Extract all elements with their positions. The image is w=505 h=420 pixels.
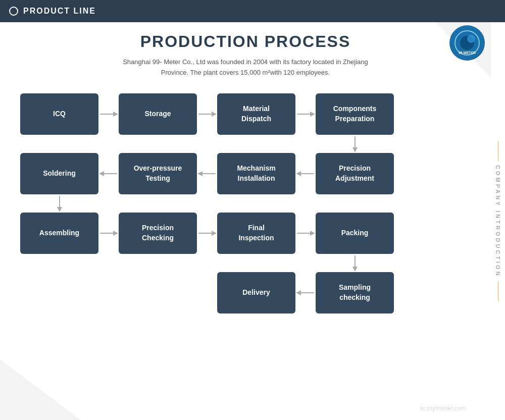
- svg-marker-8: [212, 112, 217, 117]
- svg-marker-18: [296, 171, 301, 176]
- box-sampling-checking: Sampling checking: [316, 272, 394, 313]
- svg-marker-20: [57, 207, 62, 212]
- page-subtitle: Shanghai 99- Meter Co., Ltd was founded …: [20, 57, 471, 78]
- arrow-storage-material: [197, 109, 217, 119]
- arrow-icq-storage: [98, 109, 119, 119]
- right-sidebar: COMPANY INTRODUCTION: [491, 22, 505, 420]
- flow-row-2: Soldering Over-pressure Testing Mechanis…: [20, 153, 471, 194]
- v-arrow-components-precision: [316, 135, 394, 153]
- v-arrows-1: [20, 135, 471, 153]
- arrow-mechanism-overpressure: [197, 169, 217, 179]
- v-arrows-3: [20, 254, 471, 272]
- header: PRODUCT LINE: [0, 0, 505, 22]
- box-delivery: Delivery: [217, 272, 295, 313]
- svg-marker-30: [296, 290, 301, 295]
- arrow-material-components: [295, 109, 316, 119]
- box-components-preparation: Components Preparation: [316, 93, 394, 135]
- box-icq: ICQ: [20, 93, 98, 135]
- svg-marker-14: [99, 171, 104, 176]
- box-soldering: Soldering: [20, 153, 98, 194]
- box-precision-checking: Precision Checking: [119, 213, 197, 254]
- sidebar-line-top: [498, 141, 498, 161]
- svg-marker-10: [310, 112, 315, 117]
- v-arrows-2: [20, 194, 471, 213]
- v-arrow-soldering-assembling: [20, 194, 98, 213]
- flow-row-4: Delivery Sampling checking: [20, 272, 471, 313]
- svg-marker-12: [352, 147, 358, 152]
- box-final-inspection: Final Inspection: [217, 213, 295, 254]
- flow-row-1: ICQ Storage Material Dispatch Components…: [20, 93, 471, 135]
- main-content: PRODUCTION PROCESS Shanghai 99- Meter Co…: [0, 22, 491, 420]
- header-title: PRODUCT LINE: [23, 7, 96, 16]
- box-mechanism-installation: Mechanism Installation: [217, 153, 295, 194]
- svg-marker-6: [113, 112, 118, 117]
- flow-diagram: ICQ Storage Material Dispatch Components…: [20, 93, 471, 313]
- svg-marker-22: [113, 231, 118, 236]
- arrow-assembling-precision: [98, 228, 119, 238]
- sidebar-line-bottom: [498, 281, 498, 301]
- box-storage: Storage: [119, 93, 197, 135]
- flow-row-3: Assembling Precision Checking Final Insp…: [20, 213, 471, 254]
- header-circle-icon: [9, 7, 18, 16]
- page-title: PRODUCTION PROCESS: [20, 32, 471, 51]
- box-packing: Packing: [316, 213, 394, 254]
- arrow-final-packing: [295, 228, 316, 238]
- svg-marker-16: [197, 171, 203, 176]
- sidebar-label: COMPANY INTRODUCTION: [495, 165, 501, 278]
- svg-marker-26: [310, 231, 315, 236]
- v-arrow-packing-sampling: [316, 254, 394, 272]
- box-over-pressure-testing: Over-pressure Testing: [119, 153, 197, 194]
- box-assembling: Assembling: [20, 213, 98, 254]
- arrow-precision-final: [197, 228, 217, 238]
- arrow-precision-mechanism: [295, 169, 316, 179]
- box-precision-adjustment: Precision Adjustment: [316, 153, 394, 194]
- arrow-overpressure-soldering: [98, 169, 119, 179]
- svg-marker-28: [352, 267, 358, 272]
- arrow-sampling-delivery: [295, 288, 316, 298]
- svg-marker-24: [212, 231, 217, 236]
- box-material-dispatch: Material Dispatch: [217, 93, 295, 135]
- watermark: kr.zsjrlmeter.com: [420, 405, 466, 412]
